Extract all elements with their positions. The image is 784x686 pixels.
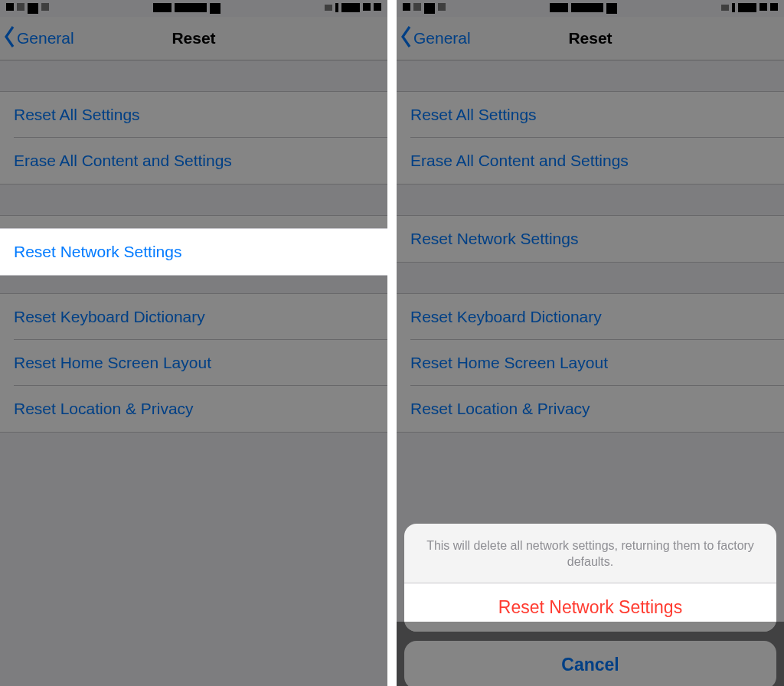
option-reset-location[interactable]: Reset Location & Privacy [0, 386, 387, 433]
action-sheet-message: This will delete all network settings, r… [404, 524, 776, 583]
option-erase-all[interactable]: Erase All Content and Settings [397, 138, 784, 185]
option-reset-network[interactable]: Reset Network Settings [397, 215, 784, 263]
options-group-2: Reset Network Settings [397, 215, 784, 263]
cancel-button[interactable]: Cancel [404, 641, 776, 686]
option-reset-keyboard[interactable]: Reset Keyboard Dictionary [0, 293, 387, 340]
back-button[interactable]: General [400, 17, 471, 60]
option-reset-home[interactable]: Reset Home Screen Layout [397, 340, 784, 386]
option-reset-network-highlighted[interactable]: Reset Network Settings [0, 229, 387, 275]
option-reset-all[interactable]: Reset All Settings [0, 91, 387, 138]
screenshot-left: General Reset Reset All Settings Erase A… [0, 0, 387, 686]
navigation-bar: General Reset [397, 17, 784, 60]
chevron-left-icon [3, 25, 17, 52]
option-reset-home[interactable]: Reset Home Screen Layout [0, 340, 387, 386]
screenshot-right: General Reset Reset All Settings Erase A… [397, 0, 784, 686]
navigation-bar: General Reset [0, 17, 387, 60]
options-group-1: Reset All Settings Erase All Content and… [0, 91, 387, 185]
option-reset-location[interactable]: Reset Location & Privacy [397, 386, 784, 433]
option-reset-all[interactable]: Reset All Settings [397, 91, 784, 138]
page-title: Reset [568, 29, 612, 47]
options-group-1: Reset All Settings Erase All Content and… [397, 91, 784, 185]
confirm-reset-network-button[interactable]: Reset Network Settings [404, 583, 776, 632]
page-title: Reset [172, 29, 215, 47]
status-bar [397, 0, 784, 17]
back-label: General [413, 29, 471, 47]
options-group-3: Reset Keyboard Dictionary Reset Home Scr… [0, 293, 387, 433]
back-label: General [17, 29, 74, 47]
status-bar [0, 0, 387, 17]
back-button[interactable]: General [3, 17, 74, 60]
action-sheet-panel: This will delete all network settings, r… [404, 524, 776, 632]
option-erase-all[interactable]: Erase All Content and Settings [0, 138, 387, 185]
option-reset-keyboard[interactable]: Reset Keyboard Dictionary [397, 293, 784, 340]
options-group-3: Reset Keyboard Dictionary Reset Home Scr… [397, 293, 784, 433]
action-sheet: This will delete all network settings, r… [404, 524, 776, 686]
chevron-left-icon [400, 25, 413, 52]
